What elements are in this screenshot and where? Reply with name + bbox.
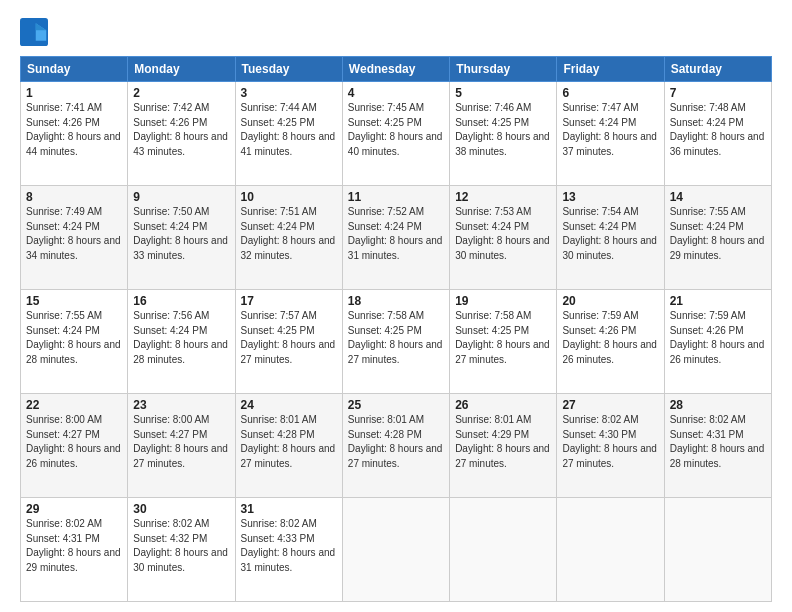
- day-header-wednesday: Wednesday: [342, 57, 449, 82]
- day-number: 7: [670, 86, 766, 100]
- day-number: 9: [133, 190, 229, 204]
- calendar-cell: 5Sunrise: 7:46 AMSunset: 4:25 PMDaylight…: [450, 82, 557, 186]
- day-number: 30: [133, 502, 229, 516]
- day-number: 4: [348, 86, 444, 100]
- calendar-cell: 23Sunrise: 8:00 AMSunset: 4:27 PMDayligh…: [128, 394, 235, 498]
- day-number: 29: [26, 502, 122, 516]
- calendar-cell: 29Sunrise: 8:02 AMSunset: 4:31 PMDayligh…: [21, 498, 128, 602]
- day-info: Sunrise: 7:44 AMSunset: 4:25 PMDaylight:…: [241, 101, 337, 159]
- calendar-cell: 8Sunrise: 7:49 AMSunset: 4:24 PMDaylight…: [21, 186, 128, 290]
- day-number: 10: [241, 190, 337, 204]
- day-number: 16: [133, 294, 229, 308]
- calendar-cell: 24Sunrise: 8:01 AMSunset: 4:28 PMDayligh…: [235, 394, 342, 498]
- day-info: Sunrise: 7:55 AMSunset: 4:24 PMDaylight:…: [26, 309, 122, 367]
- calendar-cell: 25Sunrise: 8:01 AMSunset: 4:28 PMDayligh…: [342, 394, 449, 498]
- calendar-header-row: SundayMondayTuesdayWednesdayThursdayFrid…: [21, 57, 772, 82]
- day-info: Sunrise: 8:02 AMSunset: 4:31 PMDaylight:…: [26, 517, 122, 575]
- calendar-cell: 17Sunrise: 7:57 AMSunset: 4:25 PMDayligh…: [235, 290, 342, 394]
- day-info: Sunrise: 7:58 AMSunset: 4:25 PMDaylight:…: [348, 309, 444, 367]
- day-number: 21: [670, 294, 766, 308]
- calendar-cell: 9Sunrise: 7:50 AMSunset: 4:24 PMDaylight…: [128, 186, 235, 290]
- day-info: Sunrise: 7:42 AMSunset: 4:26 PMDaylight:…: [133, 101, 229, 159]
- day-info: Sunrise: 7:50 AMSunset: 4:24 PMDaylight:…: [133, 205, 229, 263]
- day-info: Sunrise: 7:57 AMSunset: 4:25 PMDaylight:…: [241, 309, 337, 367]
- calendar-week-row: 1Sunrise: 7:41 AMSunset: 4:26 PMDaylight…: [21, 82, 772, 186]
- day-info: Sunrise: 7:49 AMSunset: 4:24 PMDaylight:…: [26, 205, 122, 263]
- logo: [20, 18, 52, 46]
- day-info: Sunrise: 7:41 AMSunset: 4:26 PMDaylight:…: [26, 101, 122, 159]
- calendar-cell: 19Sunrise: 7:58 AMSunset: 4:25 PMDayligh…: [450, 290, 557, 394]
- day-info: Sunrise: 7:55 AMSunset: 4:24 PMDaylight:…: [670, 205, 766, 263]
- calendar-cell: 2Sunrise: 7:42 AMSunset: 4:26 PMDaylight…: [128, 82, 235, 186]
- day-number: 14: [670, 190, 766, 204]
- day-info: Sunrise: 7:59 AMSunset: 4:26 PMDaylight:…: [562, 309, 658, 367]
- day-number: 26: [455, 398, 551, 412]
- day-number: 22: [26, 398, 122, 412]
- day-number: 18: [348, 294, 444, 308]
- day-info: Sunrise: 7:53 AMSunset: 4:24 PMDaylight:…: [455, 205, 551, 263]
- calendar-cell: 18Sunrise: 7:58 AMSunset: 4:25 PMDayligh…: [342, 290, 449, 394]
- day-number: 2: [133, 86, 229, 100]
- day-number: 20: [562, 294, 658, 308]
- day-number: 11: [348, 190, 444, 204]
- day-number: 3: [241, 86, 337, 100]
- calendar-cell: 7Sunrise: 7:48 AMSunset: 4:24 PMDaylight…: [664, 82, 771, 186]
- calendar-week-row: 29Sunrise: 8:02 AMSunset: 4:31 PMDayligh…: [21, 498, 772, 602]
- day-header-friday: Friday: [557, 57, 664, 82]
- day-number: 17: [241, 294, 337, 308]
- day-number: 15: [26, 294, 122, 308]
- day-info: Sunrise: 8:01 AMSunset: 4:29 PMDaylight:…: [455, 413, 551, 471]
- day-number: 25: [348, 398, 444, 412]
- day-number: 6: [562, 86, 658, 100]
- calendar-cell: [450, 498, 557, 602]
- calendar-cell: 10Sunrise: 7:51 AMSunset: 4:24 PMDayligh…: [235, 186, 342, 290]
- day-info: Sunrise: 8:02 AMSunset: 4:33 PMDaylight:…: [241, 517, 337, 575]
- day-number: 5: [455, 86, 551, 100]
- calendar-cell: 20Sunrise: 7:59 AMSunset: 4:26 PMDayligh…: [557, 290, 664, 394]
- day-info: Sunrise: 7:48 AMSunset: 4:24 PMDaylight:…: [670, 101, 766, 159]
- day-info: Sunrise: 8:01 AMSunset: 4:28 PMDaylight:…: [348, 413, 444, 471]
- page: SundayMondayTuesdayWednesdayThursdayFrid…: [0, 0, 792, 612]
- day-info: Sunrise: 8:00 AMSunset: 4:27 PMDaylight:…: [133, 413, 229, 471]
- calendar-cell: 11Sunrise: 7:52 AMSunset: 4:24 PMDayligh…: [342, 186, 449, 290]
- day-number: 31: [241, 502, 337, 516]
- day-number: 13: [562, 190, 658, 204]
- calendar-cell: 15Sunrise: 7:55 AMSunset: 4:24 PMDayligh…: [21, 290, 128, 394]
- day-info: Sunrise: 7:47 AMSunset: 4:24 PMDaylight:…: [562, 101, 658, 159]
- calendar-cell: [664, 498, 771, 602]
- day-header-sunday: Sunday: [21, 57, 128, 82]
- calendar-cell: 1Sunrise: 7:41 AMSunset: 4:26 PMDaylight…: [21, 82, 128, 186]
- day-info: Sunrise: 8:02 AMSunset: 4:30 PMDaylight:…: [562, 413, 658, 471]
- calendar-cell: 13Sunrise: 7:54 AMSunset: 4:24 PMDayligh…: [557, 186, 664, 290]
- calendar-cell: 4Sunrise: 7:45 AMSunset: 4:25 PMDaylight…: [342, 82, 449, 186]
- header: [20, 18, 772, 46]
- calendar-cell: 30Sunrise: 8:02 AMSunset: 4:32 PMDayligh…: [128, 498, 235, 602]
- day-header-monday: Monday: [128, 57, 235, 82]
- calendar-cell: 31Sunrise: 8:02 AMSunset: 4:33 PMDayligh…: [235, 498, 342, 602]
- calendar-week-row: 8Sunrise: 7:49 AMSunset: 4:24 PMDaylight…: [21, 186, 772, 290]
- day-info: Sunrise: 7:59 AMSunset: 4:26 PMDaylight:…: [670, 309, 766, 367]
- calendar-cell: 22Sunrise: 8:00 AMSunset: 4:27 PMDayligh…: [21, 394, 128, 498]
- day-info: Sunrise: 7:58 AMSunset: 4:25 PMDaylight:…: [455, 309, 551, 367]
- day-number: 27: [562, 398, 658, 412]
- day-number: 28: [670, 398, 766, 412]
- day-info: Sunrise: 8:02 AMSunset: 4:31 PMDaylight:…: [670, 413, 766, 471]
- day-number: 1: [26, 86, 122, 100]
- calendar-cell: [342, 498, 449, 602]
- day-info: Sunrise: 8:02 AMSunset: 4:32 PMDaylight:…: [133, 517, 229, 575]
- calendar-cell: [557, 498, 664, 602]
- day-header-thursday: Thursday: [450, 57, 557, 82]
- calendar-week-row: 22Sunrise: 8:00 AMSunset: 4:27 PMDayligh…: [21, 394, 772, 498]
- day-info: Sunrise: 7:46 AMSunset: 4:25 PMDaylight:…: [455, 101, 551, 159]
- calendar-table: SundayMondayTuesdayWednesdayThursdayFrid…: [20, 56, 772, 602]
- logo-icon: [20, 18, 48, 46]
- day-info: Sunrise: 7:45 AMSunset: 4:25 PMDaylight:…: [348, 101, 444, 159]
- day-info: Sunrise: 8:01 AMSunset: 4:28 PMDaylight:…: [241, 413, 337, 471]
- day-info: Sunrise: 7:56 AMSunset: 4:24 PMDaylight:…: [133, 309, 229, 367]
- calendar-cell: 12Sunrise: 7:53 AMSunset: 4:24 PMDayligh…: [450, 186, 557, 290]
- day-header-saturday: Saturday: [664, 57, 771, 82]
- day-number: 23: [133, 398, 229, 412]
- day-info: Sunrise: 8:00 AMSunset: 4:27 PMDaylight:…: [26, 413, 122, 471]
- day-info: Sunrise: 7:51 AMSunset: 4:24 PMDaylight:…: [241, 205, 337, 263]
- day-number: 8: [26, 190, 122, 204]
